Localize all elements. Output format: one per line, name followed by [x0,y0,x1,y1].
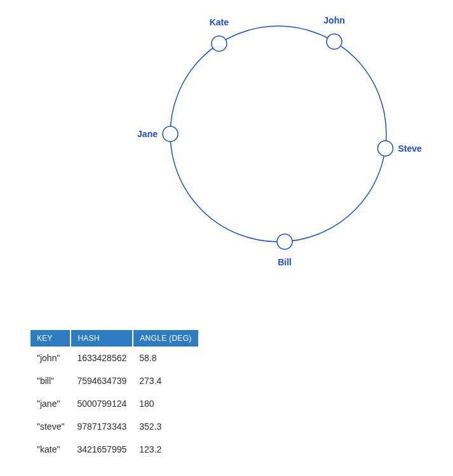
hash-table-cell-key: "kate" [30,438,71,461]
hash-table-row: "john"163342856258.8 [30,347,198,369]
hash-table-header-hash: HASH [71,330,133,347]
hash-table-cell-angle: 273.4 [133,369,198,392]
hash-ring-node-label: John [323,15,344,25]
hash-ring-circle [170,26,386,242]
hash-ring-node-label: Steve [398,143,421,154]
hash-table-row: "kate"3421657995123.2 [30,438,198,461]
hash-table-cell-key: "john" [30,347,71,369]
hash-table-header-key: KEY [30,330,71,347]
hash-ring-node [212,36,227,51]
hash-table-cell-hash: 7594634739 [71,369,133,392]
hash-table-row: "bill"7594634739273.4 [30,369,198,392]
hash-ring-diagram: KateJohnJaneSteveBill [0,0,453,273]
hash-ring-svg [0,0,453,273]
hash-table-row: "steve"9787173343352.3 [30,415,198,438]
hash-table-cell-angle: 352.3 [133,415,198,438]
hash-table-cell-hash: 5000799124 [71,392,133,415]
hash-table-cell-key: "jane" [30,392,71,415]
hash-table-cell-angle: 123.2 [133,438,198,461]
hash-table-header-row: KEY HASH ANGLE (DEG) [30,330,198,347]
hash-ring-node [163,126,178,142]
hash-table-cell-hash: 1633428562 [71,347,133,369]
hash-table-cell-hash: 3421657995 [71,438,133,461]
hash-table-cell-key: "bill" [30,369,71,392]
hash-table-row: "jane"5000799124180 [30,392,198,415]
hash-ring-node-label: Bill [278,257,292,267]
hash-ring-node [377,141,393,156]
hash-ring-node-label: Jane [137,129,158,139]
hash-table-cell-angle: 180 [133,392,198,415]
hash-table-cell-hash: 9787173343 [71,415,133,438]
hash-table-header-angle: ANGLE (DEG) [133,330,198,347]
hash-table: KEY HASH ANGLE (DEG) "john"163342856258.… [30,330,453,461]
hash-table-cell-angle: 58.8 [133,347,198,369]
hash-ring-node-label: Kate [210,17,229,27]
hash-ring-node [277,234,292,249]
hash-table-cell-key: "steve" [30,415,71,438]
hash-ring-node [327,34,342,50]
